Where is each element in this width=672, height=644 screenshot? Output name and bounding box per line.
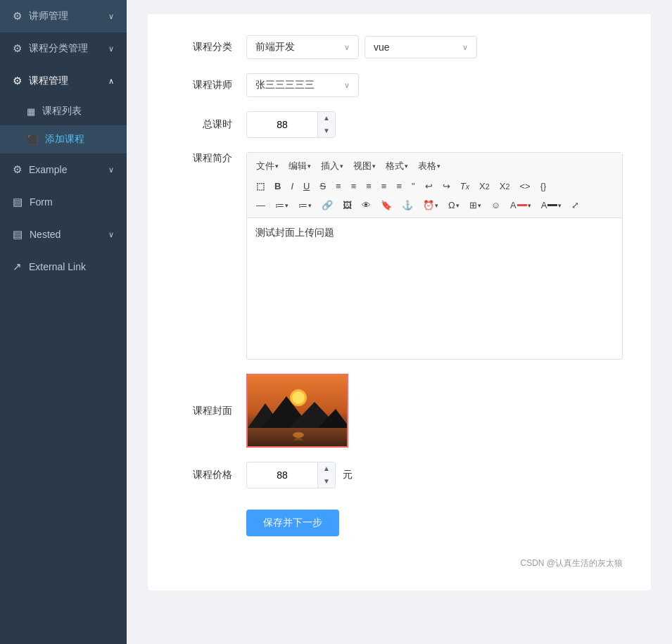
category-select-2-value: vue	[374, 42, 390, 53]
price-spinner: ▲ ▼	[317, 462, 335, 488]
sidebar-item-category[interactable]: ⚙ 课程分类管理 ∨	[0, 32, 127, 65]
toolbar-align-left[interactable]: ≡	[331, 179, 345, 194]
sidebar-subitem-add-course[interactable]: ⬛ 添加课程	[0, 125, 127, 153]
toolbar-align-right[interactable]: ≡	[362, 179, 376, 194]
cover-label: 课程封面	[176, 405, 232, 417]
hours-row: 总课时 ▲ ▼	[176, 111, 623, 138]
teacher-label: 课程讲师	[176, 79, 232, 91]
sidebar-item-course[interactable]: ⚙ 课程管理 ∧	[0, 65, 127, 97]
sidebar-item-external[interactable]: ↗ External Link	[0, 251, 127, 283]
toolbar-bold[interactable]: B	[270, 179, 285, 194]
toolbar-code[interactable]: <>	[515, 179, 534, 194]
category-select-1[interactable]: 前端开发 ∨	[246, 35, 359, 59]
toolbar-undo[interactable]: ↩	[421, 179, 437, 194]
save-button[interactable]: 保存并下一步	[246, 510, 339, 536]
toolbar-align-center[interactable]: ≡	[347, 179, 361, 194]
toolbar-anchor[interactable]: ⚓	[398, 198, 417, 213]
toolbar-clear-format[interactable]: Tx	[456, 179, 474, 194]
sidebar-item-example[interactable]: ⚙ Example ∨	[0, 153, 127, 186]
toolbar-menu-edit[interactable]: 编辑▾	[284, 158, 315, 175]
toolbar-table[interactable]: ⊞▾	[465, 198, 486, 213]
external-link-icon: ↗	[13, 260, 22, 273]
toolbar-hr[interactable]: —	[252, 198, 270, 213]
sidebar-subitem-label: 课程列表	[42, 105, 82, 118]
toolbar-font-color[interactable]: A▾	[506, 198, 535, 213]
teacher-select-value: 张三三三三三	[255, 79, 315, 91]
chevron-down-icon: ∨	[108, 165, 114, 175]
toolbar-image[interactable]: 🖼	[338, 198, 356, 213]
toolbar-justify[interactable]: ≡	[377, 179, 391, 194]
sidebar-item-label: Nested	[30, 229, 61, 240]
price-decrement[interactable]: ▼	[318, 475, 335, 488]
toolbar-menu-format[interactable]: 格式▾	[381, 158, 412, 175]
toolbar-ul[interactable]: ≔▾	[271, 198, 293, 213]
hours-increment[interactable]: ▲	[318, 112, 335, 125]
sidebar: ⚙ 讲师管理 ∨ ⚙ 课程分类管理 ∨ ⚙ 课程管理 ∧ ▦ 课程列表 ⬛ 添加…	[0, 0, 127, 644]
toolbar-code-block[interactable]: {}	[536, 179, 551, 194]
intro-row: 课程简介 文件▾ 编辑▾ 插入▾ 视图▾ 格式▾ 表格▾ ⬚ B	[176, 152, 623, 360]
toolbar-superscript[interactable]: X2	[495, 179, 514, 194]
toolbar-emoji[interactable]: ☺	[487, 198, 505, 213]
chevron-down-icon: ∨	[344, 43, 350, 52]
toolbar-fullscreen[interactable]: ⤢	[567, 198, 583, 213]
toolbar-menu-file[interactable]: 文件▾	[252, 158, 283, 175]
category-content: 前端开发 ∨ vue ∨	[246, 35, 623, 59]
svg-rect-9	[296, 438, 301, 439]
sidebar-subitem-label: 添加课程	[45, 133, 84, 146]
hours-spinner: ▲ ▼	[317, 112, 335, 137]
hours-content: ▲ ▼	[246, 111, 623, 138]
cover-row: 课程封面	[176, 374, 623, 448]
hours-label: 总课时	[176, 118, 232, 131]
hours-input-wrap: ▲ ▼	[246, 111, 336, 138]
footer-text: CSDN @认真生活的灰太狼	[520, 558, 623, 568]
toolbar-eye[interactable]: 👁	[357, 198, 375, 213]
price-input[interactable]	[247, 465, 317, 486]
sidebar-item-label: 讲师管理	[29, 10, 68, 23]
svg-point-2	[292, 391, 305, 404]
form-card: 课程分类 前端开发 ∨ vue ∨ 课程讲师 张三三三三三 ∨	[148, 14, 651, 591]
sidebar-item-label: 课程分类管理	[29, 42, 88, 55]
toolbar-italic[interactable]: I	[286, 179, 298, 194]
sidebar-item-form[interactable]: ▤ Form	[0, 186, 127, 218]
cover-image[interactable]	[246, 374, 348, 448]
toolbar-bookmark[interactable]: 🔖	[376, 198, 396, 213]
toolbar-menu-table[interactable]: 表格▾	[414, 158, 445, 175]
toolbar-link[interactable]: 🔗	[317, 198, 337, 213]
form-icon: ▤	[13, 196, 23, 208]
category-label: 课程分类	[176, 41, 232, 53]
toolbar-subscript[interactable]: X2	[475, 179, 494, 194]
toolbar-strikethrough[interactable]: S	[315, 179, 330, 194]
price-input-wrap: ▲ ▼	[246, 462, 336, 488]
teacher-select[interactable]: 张三三三三三 ∨	[246, 73, 359, 97]
toolbar-menu-view[interactable]: 视图▾	[349, 158, 380, 175]
toolbar-redo[interactable]: ↪	[438, 179, 455, 194]
sidebar-item-label: Example	[29, 164, 67, 175]
toolbar-indent[interactable]: ≡	[392, 179, 406, 194]
sidebar-subitem-course-list[interactable]: ▦ 课程列表	[0, 97, 127, 125]
toolbar-bg-color[interactable]: A▾	[537, 198, 566, 213]
toolbar-special-btn[interactable]: ⬚	[252, 179, 269, 194]
price-label: 课程价格	[176, 469, 232, 481]
editor-toolbar: 文件▾ 编辑▾ 插入▾ 视图▾ 格式▾ 表格▾ ⬚ B I U S ≡	[247, 153, 622, 218]
price-increment[interactable]: ▲	[318, 462, 335, 475]
toolbar-menu-insert[interactable]: 插入▾	[317, 158, 348, 175]
sidebar-item-teacher[interactable]: ⚙ 讲师管理 ∨	[0, 0, 127, 32]
svg-rect-10	[294, 439, 303, 441]
sidebar-item-label: External Link	[29, 261, 86, 272]
gear-icon: ⚙	[13, 42, 22, 55]
toolbar-special-char[interactable]: Ω▾	[444, 198, 464, 213]
category-select-2[interactable]: vue ∨	[364, 36, 477, 58]
toolbar-ol[interactable]: ≔▾	[294, 198, 316, 213]
chevron-up-icon: ∧	[108, 77, 114, 86]
editor-body[interactable]: 测试封面上传问题	[247, 218, 622, 359]
toolbar-clock[interactable]: ⏰▾	[419, 198, 443, 213]
chevron-down-icon: ∨	[108, 44, 114, 53]
hours-decrement[interactable]: ▼	[318, 125, 335, 137]
hours-input[interactable]	[247, 114, 317, 135]
category-select-1-value: 前端开发	[255, 41, 295, 53]
toolbar-quote[interactable]: "	[407, 179, 419, 194]
sidebar-item-nested[interactable]: ▤ Nested ∨	[0, 218, 127, 251]
toolbar-underline[interactable]: U	[299, 179, 314, 194]
chevron-down-icon: ∨	[108, 230, 114, 239]
toolbar-format-row1: ⬚ B I U S ≡ ≡ ≡ ≡ ≡ " ↩ ↪ Tx X2	[251, 177, 618, 196]
